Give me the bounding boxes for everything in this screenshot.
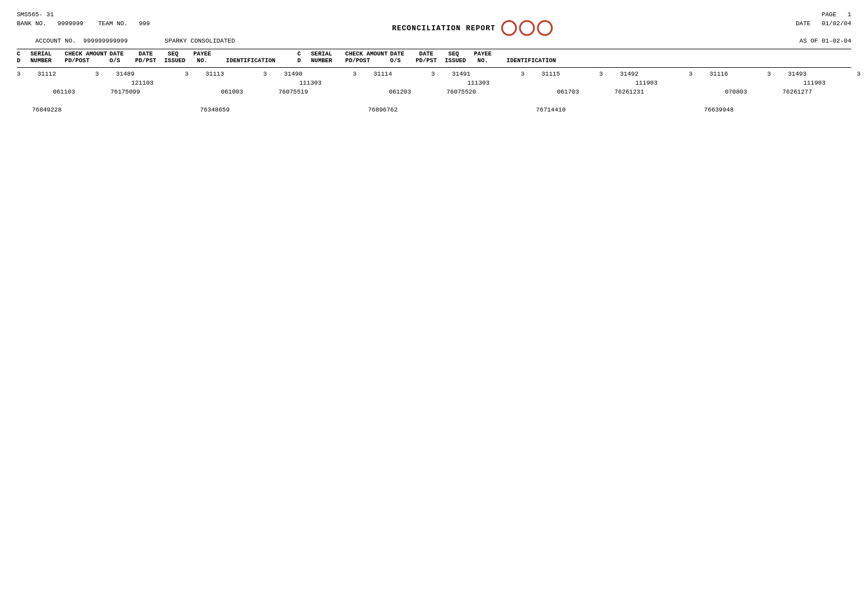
column-headers-row2: D NUMBER PD/POST O/S PD/PST ISSUED NO. I… <box>17 57 851 64</box>
as-of-info: AS OF 01-02-04 <box>800 38 851 44</box>
page-info: PAGE 1 <box>822 11 851 18</box>
table-row: 3311140612037689676233149111130376075520 <box>353 70 521 124</box>
table-row: 3311120611037684922833148912110376175099 <box>17 70 185 124</box>
table-row: 3311160708037663994833149311190376261277 <box>689 70 857 124</box>
account-info: ACCOUNT NO. 999999999999 SPARKY CONSOLID… <box>17 38 235 44</box>
report-title-area: RECONCILIATION REPORT <box>392 20 554 36</box>
column-headers-row1: C SERIAL CHECK AMOUNT DATE DATE SEQ PAYE… <box>17 50 851 57</box>
circle-highlight-2 <box>519 20 535 36</box>
circle-highlight-3 <box>537 20 553 36</box>
circle-highlight-1 <box>501 20 517 36</box>
page-header: SMS565- 31 PAGE 1 BANK NO. 9999999 TEAM … <box>17 11 851 44</box>
table-row: 3311130610037634865933149011130376075519 <box>185 70 353 124</box>
data-section: 3311120611037684922833148912110376175099… <box>17 70 851 124</box>
bank-info: BANK NO. 9999999 TEAM NO. 999 <box>17 20 150 36</box>
table-row: 33111706090376132830315011,650.00111703 <box>857 70 868 124</box>
table-row: 3311150617037671441033149211190376261231 <box>521 70 689 124</box>
date-info: DATE 01/02/04 <box>796 20 851 36</box>
system-id: SMS565- 31 <box>17 11 54 18</box>
